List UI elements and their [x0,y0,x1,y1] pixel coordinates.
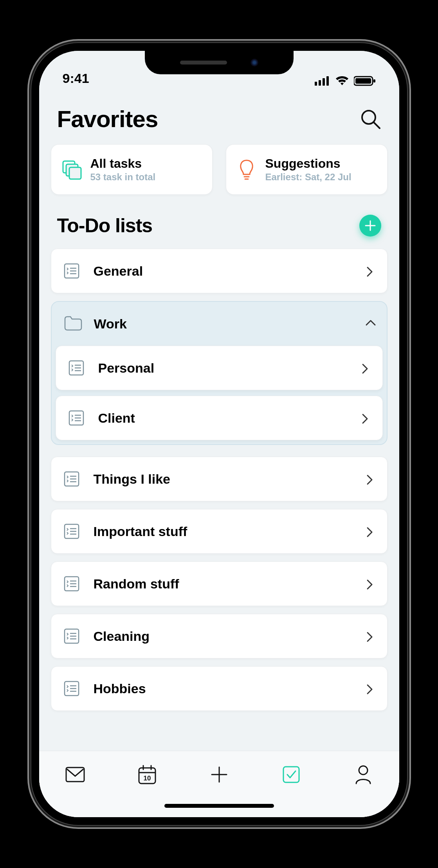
chevron-right-icon [365,683,375,694]
device-notch [145,51,294,74]
svg-line-8 [374,122,380,128]
list-item[interactable]: Hobbies [51,666,388,711]
card-all-tasks[interactable]: All tasks 53 task in total [51,144,213,195]
tab-mail[interactable] [63,763,87,786]
bulb-icon [236,159,258,181]
person-icon [354,765,372,784]
tab-profile[interactable] [351,763,375,786]
status-time: 9:41 [63,71,89,86]
svg-rect-1 [319,80,321,86]
home-indicator [164,804,274,808]
svg-rect-5 [355,78,371,84]
svg-rect-2 [323,78,325,86]
search-button[interactable] [360,109,381,130]
card-suggestions[interactable]: Suggestions Earliest: Sat, 22 Jul [226,144,388,195]
list-label: Work [94,316,365,332]
section-title: To-Do lists [57,214,153,237]
list-label: Cleaning [94,629,365,644]
checklist-icon [68,409,85,427]
list-label: Important stuff [94,524,365,539]
calendar-icon: 10 [138,765,157,784]
folder-children: PersonalClient [52,346,387,444]
plus-icon [365,220,376,231]
page-title: Favorites [57,106,158,133]
lists-container: GeneralWorkPersonalClientThings I likeIm… [39,249,399,751]
list-item[interactable]: Things I like [51,457,388,501]
chevron-right-icon [365,579,375,589]
list-label: Client [98,411,360,426]
svg-rect-48 [66,768,84,782]
list-label: General [94,264,365,279]
wifi-icon [335,76,349,86]
svg-rect-0 [315,82,317,86]
checklist-icon [63,575,80,592]
list-label: Random stuff [94,576,365,592]
chevron-right-icon [365,474,375,484]
list-label: Personal [98,360,360,376]
search-icon [360,109,381,130]
chevron-right-icon [365,631,375,641]
list-item[interactable]: Personal [56,346,383,390]
svg-rect-6 [373,79,375,82]
folder-icon [63,315,81,332]
list-label: Things I like [94,472,365,487]
card-title: All tasks [90,156,156,171]
add-list-button[interactable] [359,215,381,237]
mail-icon [65,767,85,782]
checklist-icon [63,628,80,645]
plus-icon [210,766,228,784]
card-title: Suggestions [265,156,351,171]
checklist-icon [63,680,80,697]
check-icon [282,765,301,784]
status-icons [315,76,376,86]
list-item[interactable]: Client [56,396,383,440]
battery-icon [354,76,376,86]
folder-group: WorkPersonalClient [51,301,388,445]
card-subtitle: Earliest: Sat, 22 Jul [265,172,351,183]
tab-calendar[interactable]: 10 [135,763,159,786]
list-label: Hobbies [94,681,365,696]
svg-rect-11 [69,167,81,179]
checklist-icon [68,359,85,377]
list-item[interactable]: Random stuff [51,561,388,606]
chevron-up-icon [365,319,375,329]
cellular-icon [315,76,330,86]
svg-text:10: 10 [143,775,151,782]
svg-point-57 [359,766,368,775]
stack-icon [61,159,83,181]
chevron-right-icon [365,266,375,276]
checklist-icon [63,523,80,540]
chevron-right-icon [360,413,371,423]
phone-frame: 9:41 Favorites [31,43,407,825]
list-item[interactable]: Important stuff [51,509,388,554]
folder-item[interactable]: Work [52,302,387,346]
checklist-icon [63,470,80,488]
svg-rect-56 [283,767,299,782]
card-subtitle: 53 task in total [90,172,156,183]
chevron-right-icon [365,526,375,536]
list-item[interactable]: Cleaning [51,614,388,658]
list-item[interactable]: General [51,249,388,293]
svg-rect-3 [326,76,329,86]
tab-add[interactable] [207,763,231,786]
chevron-right-icon [360,363,371,373]
tab-tasks[interactable] [279,763,303,786]
checklist-icon [63,262,80,280]
